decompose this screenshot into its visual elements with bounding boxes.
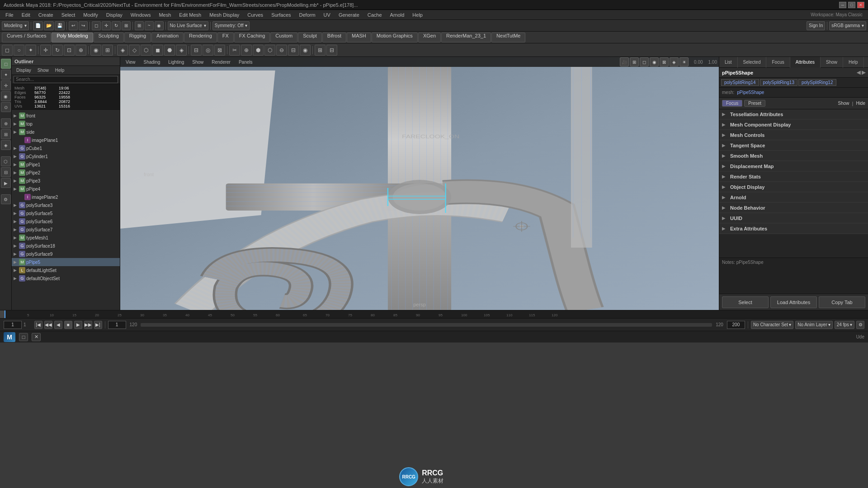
save-btn[interactable]: 💾 [55,21,65,30]
copy-tab-button[interactable]: Copy Tab [819,296,865,308]
append-icon[interactable]: ⬡ [141,45,151,56]
close-scene-btn[interactable]: ✕ [32,333,41,341]
tab-focus[interactable]: Focus [766,57,790,68]
outliner-item-polysurface5[interactable]: ▶ G polySurface5 [12,209,120,217]
live-surface-dropdown[interactable]: No Live Surface▾ [168,21,208,30]
mode-fx-caching[interactable]: FX Caching [234,33,270,42]
snap-curve[interactable]: ~ [145,21,154,30]
vp-wireframe-on-shaded[interactable]: ⊠ [660,57,669,66]
poly-icon[interactable]: ◈ [117,45,128,56]
character-set-dropdown[interactable]: No Character Set▾ [751,321,793,329]
bridge-icon[interactable]: ⬣ [164,45,175,56]
scale-tool[interactable]: ⊞ [122,21,131,30]
section-mesh-component-header[interactable]: ▶ Mesh Component Display [719,120,868,130]
outliner-item-ppipe3[interactable]: ▶ M pPipe3 [12,177,120,185]
menu-select[interactable]: Select [58,11,79,19]
outliner-item-polysurface6[interactable]: ▶ G polySurface6 [12,217,120,225]
mode-poly-modeling[interactable]: Poly Modeling [52,33,93,42]
layout-btn[interactable]: ⊞ [1,129,11,139]
select-icon[interactable]: ◻ [2,45,13,56]
vp-smooth-btn[interactable]: ◉ [650,57,659,66]
go-end-btn[interactable]: ▶| [94,321,102,329]
settings-tc-btn[interactable]: ⚙ [856,321,864,329]
universal-icon[interactable]: ⊕ [75,45,86,56]
focus-btn[interactable]: Focus [722,100,742,107]
section-smooth-header[interactable]: ▶ Smooth Mesh [719,151,868,161]
sculpt-btn[interactable]: ◉ [1,91,11,101]
new-scene-btn[interactable]: 📄 [33,21,43,30]
maximize-button[interactable]: □ [848,2,855,8]
fps-dropdown[interactable]: 24 fps▾ [835,321,854,329]
load-attributes-button[interactable]: Load Attributes [770,296,817,308]
section-mesh-controls-header[interactable]: ▶ Mesh Controls [719,130,868,140]
outliner-menu-display[interactable]: Display [14,67,34,74]
outliner-item-polysurface7[interactable]: ▶ G polySurface7 [12,225,120,234]
stop-btn[interactable]: ■ [64,321,72,329]
transform-btn[interactable]: ✛ [1,80,11,90]
vp-lighting-btn[interactable]: ☀ [679,57,689,66]
rotate-icon[interactable]: ↻ [52,45,63,56]
range-end-input[interactable] [727,321,745,329]
menu-create[interactable]: Create [35,11,57,19]
fill-icon[interactable]: ◈ [176,45,187,56]
outliner-item-imageplane2[interactable]: I imagePlane2 [12,193,120,201]
snap-grid[interactable]: ⊞ [135,21,144,30]
modeling-mode-dropdown[interactable]: Modeling▾ [2,21,29,30]
outliner-item-front[interactable]: ▶ M front [12,112,120,120]
mesh-value[interactable]: pPipe5Shape [737,90,764,95]
step-back-btn[interactable]: ◀◀ [44,321,52,329]
mode-xgen[interactable]: XGen [418,33,441,42]
range-start-input[interactable] [108,321,126,329]
snap-btn[interactable]: ⊙ [1,102,11,112]
play-btn[interactable]: ▶ [74,321,82,329]
rig-btn[interactable]: ⊟ [1,167,11,177]
obj-tab-3[interactable]: polySplitRing12 [798,79,836,86]
render-btn[interactable]: ◈ [1,140,11,150]
mode-curves-surfaces[interactable]: Curves / Surfaces [2,33,51,42]
mode-motion[interactable]: Motion Graphics [372,33,418,42]
gamma-dropdown[interactable]: sRGB gamma▾ [829,21,866,30]
outliner-item-ppipe2[interactable]: ▶ M pPipe2 [12,169,120,177]
loop-icon[interactable]: ◎ [203,45,213,56]
mode-mash[interactable]: MASH [347,33,371,42]
symmetry-dropdown[interactable]: Symmetry: Off▾ [212,21,250,30]
smooth-icon[interactable]: ◉ [300,45,311,56]
mode-nexttut[interactable]: NextTutMe [491,33,525,42]
merge-icon[interactable]: ⊕ [241,45,252,56]
move-icon[interactable]: ✛ [40,45,51,56]
vp-camera-btn[interactable]: 🎥 [620,57,629,66]
menu-generate[interactable]: Generate [335,11,363,19]
redo-btn[interactable]: ↪ [79,21,88,30]
menu-surfaces[interactable]: Surfaces [268,11,294,19]
view-cube-icon[interactable]: ⊟ [326,45,337,56]
fx-btn[interactable]: ⬡ [1,156,11,166]
bool-icon[interactable]: ⊖ [276,45,287,56]
outliner-item-polysurface9[interactable]: ▶ G polySurface9 [12,250,120,258]
select-mode-btn[interactable]: ◻ [1,59,11,69]
extrude-icon[interactable]: ◼ [152,45,163,56]
mode-fx[interactable]: FX [217,33,234,42]
obj-tab-1[interactable]: polySplitRing14 [721,79,759,86]
menu-mesh-display[interactable]: Mesh Display [206,11,243,19]
menu-help[interactable]: Help [409,11,426,19]
search-input[interactable] [14,76,118,83]
separate-icon[interactable]: ⬡ [264,45,275,56]
mode-rigging[interactable]: Rigging [124,33,151,42]
menu-modify[interactable]: Modify [80,11,101,19]
outliner-menu-show[interactable]: Show [35,67,52,74]
mode-custom[interactable]: Custom [270,33,297,42]
menu-uv[interactable]: UV [320,11,334,19]
menu-cache[interactable]: Cache [364,11,386,19]
section-node-behavior-header[interactable]: ▶ Node Behavior [719,203,868,213]
outliner-item-polysurface3[interactable]: ▶ G polySurface3 [12,201,120,209]
section-tangent-header[interactable]: ▶ Tangent Space [719,141,868,150]
outliner-item-ppipe5[interactable]: ▶ M pPipe5 [12,258,120,266]
mode-rendering[interactable]: Rendering [184,33,217,42]
close-button[interactable]: ✕ [857,2,864,8]
tab-list[interactable]: List [719,57,738,68]
section-tessellation-header[interactable]: ▶ Tessellation Attributes [719,109,868,119]
mode-animation[interactable]: Animation [151,33,184,42]
menu-arnold[interactable]: Arnold [387,11,408,19]
snap-point[interactable]: ◉ [155,21,164,30]
section-render-stats-header[interactable]: ▶ Render Stats [719,172,868,182]
